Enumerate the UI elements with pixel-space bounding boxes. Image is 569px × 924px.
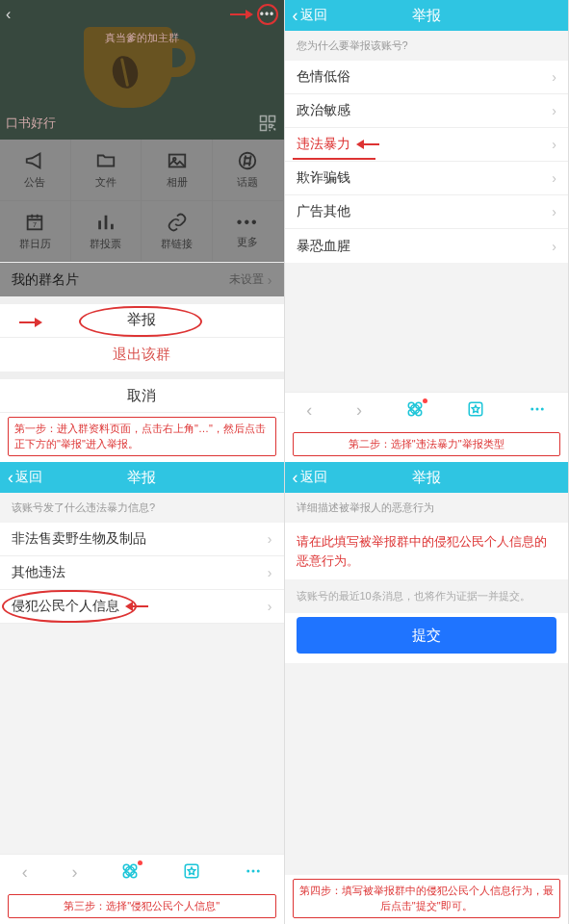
toolbar-back-icon[interactable]: ‹ (306, 400, 312, 421)
option-label: 欺诈骗钱 (297, 169, 350, 187)
notification-dot (423, 398, 427, 403)
group-tools-grid: 公告 文件 相册 话题 7 群日历 群投票 (0, 140, 284, 262)
action-sheet-cancel[interactable]: 取消 (0, 379, 284, 413)
toolbar-star-icon[interactable] (467, 400, 484, 421)
tool-label: 话题 (237, 175, 258, 190)
option-other-illegal[interactable]: 其他违法› (0, 556, 284, 590)
step-3-caption: 第三步：选择"侵犯公民个人信息" (8, 894, 276, 918)
report-options-list: 色情低俗› 政治敏感› 违法暴力 › 欺诈骗钱› 广告其他› 暴恐血腥› (285, 61, 569, 263)
option-label: 非法售卖野生物及制品 (12, 530, 146, 548)
report-textarea[interactable]: 请在此填写被举报群中的侵犯公民个人信息的恶意行为。 (285, 523, 569, 579)
cancel-label: 取消 (127, 387, 156, 405)
step-4-caption: 第四步：填写被举报群中的侵犯公民个人信息行为，最后点击"提交"即可。 (293, 879, 561, 918)
page-title: 举报 (285, 7, 569, 25)
option-label: 色情低俗 (297, 68, 350, 86)
toolbar-forward-icon[interactable]: › (356, 400, 362, 421)
submit-button[interactable]: 提交 (297, 617, 557, 654)
svg-text:7: 7 (33, 219, 37, 228)
group-banner-text: 真当爹的加主群 (0, 31, 284, 45)
back-label: 返回 (300, 469, 327, 486)
chevron-right-icon: › (552, 69, 556, 85)
quit-label: 退出该群 (113, 346, 170, 364)
annotation-arrow (356, 140, 379, 149)
panel-step-4: ‹ 返回 举报 详细描述被举报人的恶意行为 请在此填写被举报群中的侵犯公民个人信… (285, 462, 570, 924)
tool-label: 公告 (24, 175, 45, 190)
tool-label: 群投票 (90, 237, 121, 251)
option-label: 侵犯公民个人信息 (12, 598, 119, 615)
back-button[interactable]: ‹ 返回 (8, 468, 42, 488)
back-icon[interactable]: ‹ (6, 6, 11, 23)
action-sheet-quit[interactable]: 退出该群 (0, 338, 284, 372)
annotation-arrow (125, 602, 148, 611)
svg-rect-1 (269, 116, 274, 122)
back-label: 返回 (15, 469, 42, 486)
navbar-report: ‹ 返回 举报 (0, 462, 284, 493)
svg-point-16 (541, 407, 544, 410)
qr-icon[interactable] (259, 115, 276, 132)
option-terror[interactable]: 暴恐血腥› (285, 229, 569, 263)
annotation-arrow-more (230, 10, 253, 19)
page-title: 举报 (0, 469, 284, 487)
toolbar-star-icon[interactable] (183, 862, 200, 883)
tool-album[interactable]: 相册 (142, 140, 213, 201)
option-violence[interactable]: 违法暴力 › (285, 128, 569, 162)
toolbar-search-icon[interactable] (121, 862, 139, 883)
toolbar-more-icon[interactable] (245, 862, 262, 883)
tool-topics[interactable]: 话题 (213, 140, 284, 201)
namecard-value: 未设置 (229, 271, 264, 288)
chevron-left-icon: ‹ (8, 468, 13, 488)
option-ads[interactable]: 广告其他› (285, 195, 569, 229)
report-suboptions-list: 非法售卖野生物及制品› 其他违法› 侵犯公民个人信息 › (0, 523, 284, 624)
chevron-right-icon: › (552, 137, 556, 152)
option-wildlife[interactable]: 非法售卖野生物及制品› (0, 523, 284, 556)
back-label: 返回 (300, 7, 327, 24)
report-prompt: 您为什么要举报该账号? (285, 31, 569, 61)
chevron-left-icon: ‹ (293, 6, 298, 26)
notification-dot (138, 860, 142, 865)
report-prompt: 该账号发了什么违法暴力信息? (0, 493, 284, 523)
more-dots-icon: ••• (237, 214, 259, 231)
tool-files[interactable]: 文件 (71, 140, 142, 201)
action-sheet-report[interactable]: 举报 (0, 304, 284, 338)
svg-rect-2 (260, 125, 266, 131)
back-button[interactable]: ‹ 返回 (293, 468, 327, 488)
toolbar-more-icon[interactable] (529, 400, 546, 421)
panel-step-3: ‹ 返回 举报 该账号发了什么违法暴力信息? 非法售卖野生物及制品› 其他违法›… (0, 462, 285, 924)
evidence-hint: 该账号的最近10条消息，也将作为证据一并提交。 (285, 579, 569, 613)
option-fraud[interactable]: 欺诈骗钱› (285, 162, 569, 195)
tool-label: 文件 (95, 175, 116, 190)
option-political[interactable]: 政治敏感› (285, 94, 569, 128)
tool-calendar[interactable]: 7 群日历 (0, 201, 71, 263)
chevron-right-icon: › (268, 599, 272, 614)
option-personal-info[interactable]: 侵犯公民个人信息 › (0, 590, 284, 624)
panel-step-2: ‹ 返回 举报 您为什么要举报该账号? 色情低俗› 政治敏感› 违法暴力 › 欺… (285, 0, 570, 462)
tool-more[interactable]: ••• 更多 (213, 201, 284, 263)
tool-label: 更多 (237, 235, 258, 249)
svg-point-25 (256, 869, 259, 872)
annotation-underline (293, 158, 375, 160)
option-label: 违法暴力 (297, 136, 350, 153)
svg-point-12 (410, 404, 419, 413)
toolbar-back-icon[interactable]: ‹ (22, 862, 28, 883)
option-label: 政治敏感 (297, 102, 350, 119)
tool-vote[interactable]: 群投票 (71, 201, 142, 263)
report-prompt: 详细描述被举报人的恶意行为 (285, 493, 569, 523)
more-menu-icon[interactable]: ••• (257, 4, 278, 25)
tool-announcement[interactable]: 公告 (0, 140, 71, 201)
svg-point-14 (530, 407, 533, 410)
step-1-caption: 第一步：进入群资料页面，点击右上角"…"，然后点击正下方的"举报"进入举报。 (8, 417, 276, 456)
back-button[interactable]: ‹ 返回 (293, 6, 327, 26)
chevron-right-icon: › (552, 204, 556, 219)
svg-point-5 (240, 153, 256, 169)
my-group-card[interactable]: 我的群名片 未设置 › (0, 262, 284, 295)
submit-label: 提交 (412, 627, 441, 645)
toolbar-search-icon[interactable] (406, 400, 424, 421)
chevron-right-icon: › (268, 272, 272, 288)
toolbar-forward-icon[interactable]: › (72, 862, 78, 883)
tool-link[interactable]: 群链接 (142, 201, 213, 263)
option-label: 广告其他 (297, 203, 350, 220)
svg-point-24 (251, 869, 254, 872)
option-porn[interactable]: 色情低俗› (285, 61, 569, 94)
panel-step-1: 真当爹的加主群 ‹ ••• 口书好行 公告 (0, 0, 285, 462)
chevron-right-icon: › (552, 170, 556, 186)
